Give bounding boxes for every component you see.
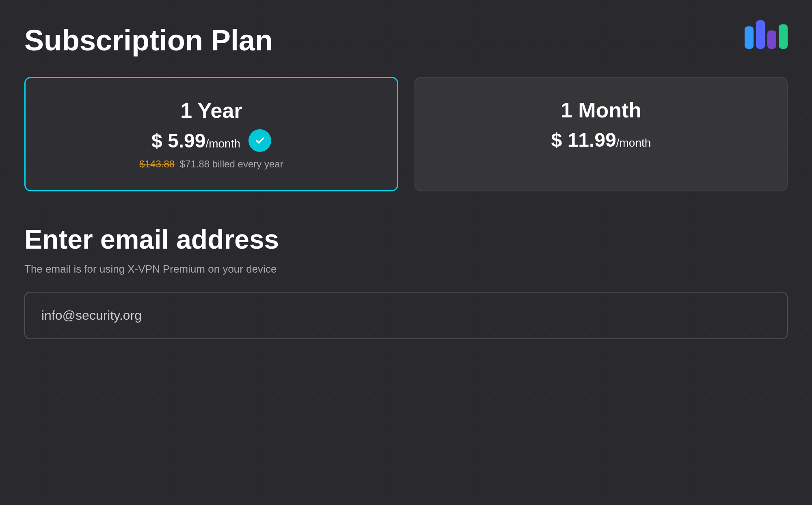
plan-price-value-monthly: $ 11.99 <box>551 129 616 151</box>
email-section-subtitle: The email is for using X-VPN Premium on … <box>24 263 788 275</box>
billing-note-yearly: $71.88 billed every year <box>180 158 283 169</box>
plan-price-row-yearly: $ 5.99/month <box>151 129 271 152</box>
email-input-wrapper <box>24 292 788 339</box>
logo-bar-3 <box>767 30 776 49</box>
plan-card-yearly[interactable]: 1 Year $ 5.99/month $143.88 $71.88 bille… <box>24 77 398 191</box>
selected-check-icon <box>248 129 271 152</box>
email-section: Enter email address The email is for usi… <box>24 224 788 339</box>
plan-name-yearly: 1 Year <box>180 98 242 123</box>
plans-container: 1 Year $ 5.99/month $143.88 $71.88 bille… <box>24 77 788 191</box>
plan-billing-yearly: $143.88 $71.88 billed every year <box>139 158 283 170</box>
logo-bar-1 <box>745 26 754 49</box>
plan-per-month-yearly: /month <box>205 137 240 150</box>
email-section-title: Enter email address <box>24 224 788 255</box>
logo-bar-2 <box>756 20 765 49</box>
logo-bar-4 <box>779 24 788 49</box>
email-input[interactable] <box>24 292 788 339</box>
page-title: Subscription Plan <box>24 24 788 56</box>
app-logo <box>745 16 788 49</box>
plan-per-month-monthly: /month <box>616 137 651 149</box>
plan-price-value-yearly: $ 5.99 <box>151 130 205 152</box>
plan-name-monthly: 1 Month <box>561 98 641 122</box>
plan-price-yearly: $ 5.99/month <box>151 130 240 152</box>
plan-price-row-monthly: $ 11.99/month <box>551 129 651 151</box>
plan-price-monthly: $ 11.99/month <box>551 129 651 151</box>
plan-card-monthly[interactable]: 1 Month $ 11.99/month <box>415 77 788 191</box>
original-price-yearly: $143.88 <box>139 158 175 169</box>
